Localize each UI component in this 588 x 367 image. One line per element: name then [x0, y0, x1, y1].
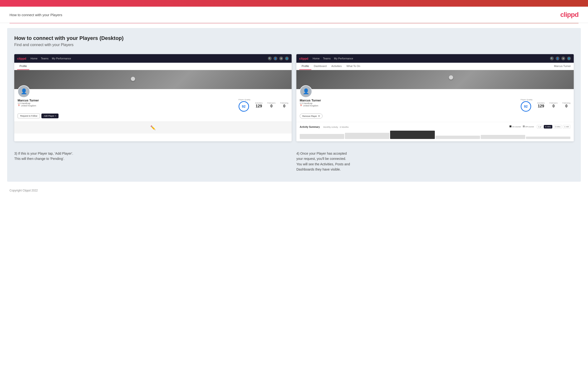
profile-section-2: 👤 Marcus Turner 1-5 Handicap 📍 United Ki… — [296, 89, 574, 122]
player-name-1: Marcus Turner — [17, 99, 39, 102]
tab-what-to-on-2[interactable]: What To On — [344, 63, 363, 70]
settings-icon-2[interactable]: ⚙ — [561, 57, 565, 60]
activities-stat-2: Activities 129 — [537, 102, 545, 108]
nav-home-1[interactable]: Home — [30, 57, 37, 60]
description-box-1: 3) If this is your Player tap, 'Add Play… — [14, 149, 292, 175]
quality-stat-2: Player Quality 92 — [521, 99, 533, 112]
time-3mths[interactable]: 3 mths — [553, 125, 562, 128]
tab-bar-1: Profile — [14, 63, 292, 70]
user-icon-1[interactable]: 👤 — [274, 57, 277, 60]
screenshots-row: clippd Home Teams My Performance 🔍 👤 ⚙ 🌐… — [14, 54, 574, 141]
profile-info-row-1: Marcus Turner 1-5 Handicap 📍 United King… — [17, 99, 288, 112]
player-handicap-2: 1-5 Handicap — [300, 102, 321, 105]
app-logo-2: clippd — [299, 57, 308, 60]
globe-icon-2[interactable]: 🌐 — [567, 57, 571, 60]
page-title: How to connect with your Players (Deskto… — [14, 35, 574, 41]
header-divider — [9, 23, 579, 23]
nav-teams-2[interactable]: Teams — [323, 57, 331, 60]
nav-home-2[interactable]: Home — [312, 57, 320, 60]
request-follow-button[interactable]: Request to Follow — [17, 114, 40, 118]
close-icon: ✕ — [318, 115, 320, 117]
quality-circle-1: 92 — [239, 101, 249, 112]
tab-bar-2: Profile Dashboard Activities What To On … — [296, 63, 574, 70]
copyright-text: Copyright Clippd 2022 — [9, 189, 38, 192]
globe-icon-1[interactable]: 🌐 — [285, 57, 289, 60]
chart-bar-5 — [481, 135, 525, 139]
golf-course-bg-1 — [14, 70, 292, 89]
add-player-button[interactable]: Add Player + — [41, 114, 59, 118]
on-course-legend: On course — [510, 125, 521, 128]
page-subtitle: Find and connect with your Players — [14, 43, 574, 47]
header-title: How to connect with your Players — [9, 13, 62, 17]
player-name-2: Marcus Turner — [300, 99, 321, 102]
quality-stat-1: Player Quality 92 — [239, 99, 251, 112]
activity-controls: On course Off course 1 yr 6 mths 3 mths — [510, 125, 571, 128]
page-footer: Copyright Clippd 2022 — [0, 186, 588, 197]
followers-stat-2: Followers 0 — [549, 102, 558, 108]
stats-row-2: Player Quality 92 Activities 129 Followe… — [521, 99, 571, 112]
followers-stat-1: Followers 0 — [267, 102, 276, 108]
screenshot-1: clippd Home Teams My Performance 🔍 👤 ⚙ 🌐… — [14, 54, 292, 141]
location-pin-1: 📍 — [17, 105, 20, 107]
quality-circle-2: 92 — [521, 101, 531, 112]
chart-bar-4 — [435, 136, 480, 139]
chart-bar-2 — [345, 133, 389, 139]
activity-summary: Activity Summary Monthly Activity · 6 Mo… — [296, 122, 574, 141]
app-nav-2: clippd Home Teams My Performance 🔍 👤 ⚙ 🌐 — [296, 54, 574, 63]
off-course-legend: Off course — [523, 125, 534, 128]
edit-icon-1: ✏️ — [150, 125, 156, 130]
avatar-1: 👤 — [17, 85, 30, 98]
avatar-icon-1: 👤 — [21, 88, 27, 94]
user-icon-2[interactable]: 👤 — [556, 57, 560, 60]
description-text-2: 4) Once your Player has acceptedyour req… — [296, 151, 574, 172]
profile-hero-2 — [296, 70, 574, 89]
plus-icon: + — [55, 115, 56, 117]
descriptions-row: 3) If this is your Player tap, 'Add Play… — [14, 149, 574, 175]
nav-icons-2: 🔍 👤 ⚙ 🌐 — [550, 57, 571, 60]
tab-activities-2[interactable]: Activities — [329, 63, 344, 70]
screenshot-footer-1: ✏️ — [14, 122, 292, 133]
stats-row-1: Player Quality 92 Activities 129 Followe… — [239, 99, 288, 112]
following-stat-1: Following 0 — [280, 102, 288, 108]
following-stat-2: Following 0 — [562, 102, 571, 108]
player-handicap-1: 1-5 Handicap — [17, 102, 39, 105]
header: How to connect with your Players clippd — [0, 7, 588, 23]
profile-section-1: 👤 Marcus Turner 1-5 Handicap 📍 United Ki… — [14, 89, 292, 122]
time-1yr[interactable]: 1 yr — [537, 125, 543, 128]
player-info-1: Marcus Turner 1-5 Handicap 📍 United King… — [17, 99, 39, 107]
profile-info-row-2: Marcus Turner 1-5 Handicap 📍 United King… — [300, 99, 571, 112]
description-text-1: 3) If this is your Player tap, 'Add Play… — [14, 151, 292, 161]
profile-hero-1 — [14, 70, 292, 89]
tab-profile-1[interactable]: Profile — [17, 63, 29, 70]
clippd-logo: clippd — [560, 11, 579, 18]
activity-period: Monthly Activity · 6 Months — [323, 126, 349, 128]
description-box-2: 4) Once your Player has acceptedyour req… — [296, 149, 574, 175]
user-dropdown-2[interactable]: Marcus Turner — [554, 63, 571, 70]
activity-legend: On course Off course — [510, 125, 534, 128]
golf-course-bg-2 — [296, 70, 574, 89]
main-content: How to connect with your Players (Deskto… — [7, 28, 581, 182]
app-nav-1: clippd Home Teams My Performance 🔍 👤 ⚙ 🌐 — [14, 54, 292, 63]
avatar-icon-2: 👤 — [303, 88, 309, 94]
search-icon-1[interactable]: 🔍 — [268, 57, 272, 60]
player-location-2: 📍 United Kingdom — [300, 105, 321, 107]
tab-dashboard-2[interactable]: Dashboard — [311, 63, 329, 70]
chart-bar-6 — [526, 137, 571, 139]
golf-ball-2 — [449, 75, 453, 80]
activity-info: Activity Summary Monthly Activity · 6 Mo… — [300, 125, 348, 129]
app-logo-1: clippd — [17, 57, 26, 60]
nav-performance-2[interactable]: My Performance — [334, 57, 353, 60]
activity-title: Activity Summary — [300, 126, 320, 128]
remove-player-button[interactable]: Remove Player ✕ — [300, 114, 322, 118]
tab-profile-2[interactable]: Profile — [299, 63, 311, 70]
settings-icon-1[interactable]: ⚙ — [279, 57, 283, 60]
nav-teams-1[interactable]: Teams — [41, 57, 49, 60]
time-6mths[interactable]: 6 mths — [544, 125, 552, 128]
nav-icons-1: 🔍 👤 ⚙ 🌐 — [268, 57, 289, 60]
time-1mth[interactable]: 1 mth — [563, 125, 571, 128]
player-location-1: 📍 United Kingdom — [17, 105, 39, 107]
chart-area — [300, 131, 571, 139]
nav-items-1: Home Teams My Performance — [30, 57, 268, 60]
nav-performance-1[interactable]: My Performance — [52, 57, 71, 60]
search-icon-2[interactable]: 🔍 — [550, 57, 554, 60]
